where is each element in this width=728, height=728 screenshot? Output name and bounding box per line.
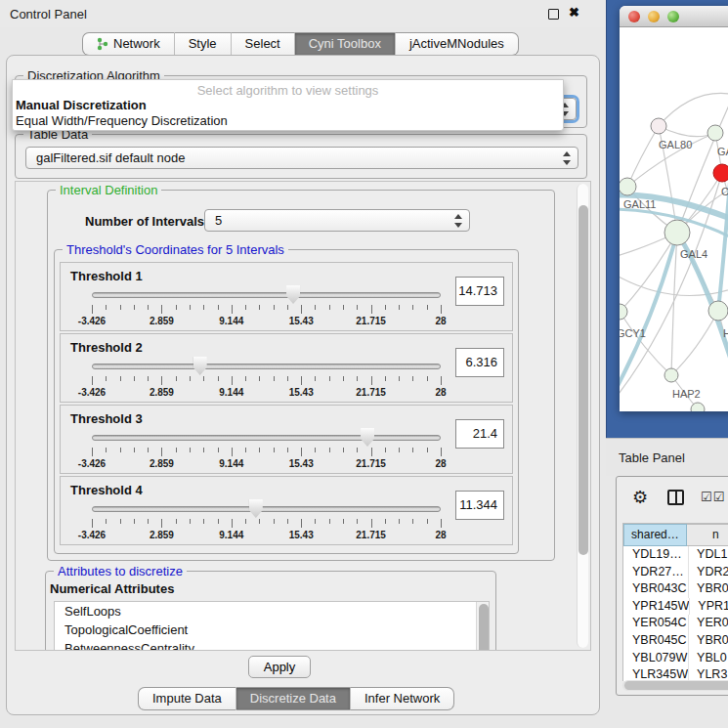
table-row[interactable]: YBR043CYBR0 bbox=[623, 580, 728, 598]
network-node[interactable] bbox=[691, 403, 705, 411]
table-row[interactable]: YDL19…YDL1 bbox=[623, 546, 728, 564]
network-edge[interactable] bbox=[659, 93, 728, 126]
group-title: Interval Definition bbox=[56, 183, 161, 197]
threshold-slider[interactable]: -3.4262.8599.14415.4321.71528 bbox=[92, 360, 441, 401]
combo-arrows-icon[interactable] bbox=[454, 213, 463, 229]
network-edge[interactable] bbox=[627, 126, 659, 187]
list-scrollbar[interactable] bbox=[476, 602, 489, 651]
number-of-intervals-combobox[interactable]: 5 bbox=[204, 209, 470, 232]
tab-select[interactable]: Select bbox=[232, 32, 295, 56]
tab-jactivemnodules[interactable]: jActiveMNodules bbox=[396, 32, 519, 56]
slider-thumb[interactable] bbox=[193, 357, 207, 375]
cell-shared-name[interactable]: YLR345W bbox=[623, 666, 688, 681]
threshold-slider[interactable]: -3.4262.8599.14415.4321.71528 bbox=[92, 288, 441, 329]
tab-cyni-toolbox[interactable]: Cyni Toolbox bbox=[295, 32, 396, 56]
slider-track[interactable] bbox=[92, 292, 441, 298]
network-edge[interactable] bbox=[659, 126, 715, 137]
close-icon[interactable]: ✖ bbox=[569, 5, 579, 20]
threshold-card: Threshold 4-3.4262.8599.14415.4321.71528… bbox=[60, 476, 513, 545]
select-checkboxes-icon[interactable]: ☑☑ bbox=[701, 490, 725, 504]
table-row[interactable]: YLR345WYLR3 bbox=[623, 666, 728, 681]
network-edge[interactable] bbox=[671, 311, 718, 375]
tab-discretize-data[interactable]: Discretize Data bbox=[236, 687, 351, 710]
threshold-value-field[interactable]: 11.344 bbox=[455, 491, 504, 520]
network-node[interactable] bbox=[664, 220, 690, 245]
columns-icon[interactable] bbox=[667, 490, 684, 505]
bottom-tab-bar: Impute DataDiscretize DataInfer Network bbox=[138, 687, 454, 710]
attribute-item[interactable]: BetweennessCentrality bbox=[55, 639, 489, 651]
numerical-attributes-label: Numerical Attributes bbox=[50, 581, 174, 596]
slider-thumb[interactable] bbox=[286, 285, 300, 304]
table-row[interactable]: YPR145WYPR1 bbox=[623, 598, 728, 616]
table-data-combobox[interactable]: galFiltered.sif default node bbox=[25, 147, 578, 169]
cell-name[interactable]: YDR2 bbox=[688, 564, 728, 581]
cell-shared-name[interactable]: YBL079W bbox=[623, 650, 688, 667]
node-label: GAL11 bbox=[623, 198, 656, 210]
network-node[interactable] bbox=[620, 178, 636, 195]
network-node[interactable] bbox=[620, 304, 627, 320]
tab-label: jActiveMNodules bbox=[409, 33, 504, 55]
tab-impute-data[interactable]: Impute Data bbox=[138, 687, 236, 710]
cell-name[interactable]: YPR1 bbox=[689, 598, 728, 616]
column-header-name[interactable]: n bbox=[687, 524, 728, 546]
table-toolbar: ⚙ ☑☑ bbox=[617, 477, 728, 521]
gear-icon[interactable]: ⚙ bbox=[632, 487, 648, 508]
cell-shared-name[interactable]: YDR27… bbox=[623, 564, 688, 581]
scrollbar-thumb[interactable] bbox=[578, 205, 588, 555]
threshold-slider[interactable]: -3.4262.8599.14415.4321.71528 bbox=[92, 431, 441, 472]
numerical-attributes-list[interactable]: SelfLoopsTopologicalCoefficientBetweenne… bbox=[54, 601, 490, 651]
slider-track[interactable] bbox=[92, 364, 441, 369]
threshold-value-field[interactable]: 6.316 bbox=[455, 348, 504, 377]
table-hscrollbar[interactable] bbox=[622, 680, 728, 691]
cell-shared-name[interactable]: YBR045C bbox=[623, 632, 688, 650]
apply-button[interactable]: Apply bbox=[248, 656, 311, 678]
cell-name[interactable]: YBL0 bbox=[688, 650, 728, 667]
slider-tick-labels: -3.4262.8599.14415.4321.71528 bbox=[92, 530, 441, 541]
cell-name[interactable]: YDL1 bbox=[688, 546, 728, 564]
table-row[interactable]: YBL079WYBL0 bbox=[623, 650, 728, 667]
float-window-icon[interactable] bbox=[548, 9, 559, 20]
control-panel-titlebar: Control Panel ✖ bbox=[0, 0, 606, 27]
network-window[interactable]: GAL80GACGAL11GAL4GCY1HHAP2 bbox=[620, 6, 728, 411]
minimize-traffic-light-icon[interactable] bbox=[648, 11, 660, 22]
panel-scrollbar[interactable] bbox=[577, 184, 588, 648]
dropdown-option[interactable]: Equal Width/Frequency Discretization bbox=[13, 113, 563, 129]
network-node[interactable] bbox=[707, 125, 723, 141]
cell-shared-name[interactable]: YDL19… bbox=[623, 546, 688, 564]
slider-thumb[interactable] bbox=[361, 428, 374, 447]
tab-network[interactable]: Network bbox=[82, 32, 175, 56]
network-node[interactable] bbox=[651, 118, 666, 134]
cell-shared-name[interactable]: YER054C bbox=[623, 615, 688, 632]
network-node[interactable] bbox=[664, 368, 678, 382]
table-row[interactable]: YER054CYER0 bbox=[623, 615, 728, 632]
network-node[interactable] bbox=[713, 164, 728, 182]
cell-name[interactable]: YLR3 bbox=[688, 666, 728, 681]
column-header-shared-name[interactable]: shared… bbox=[623, 524, 687, 546]
table-row[interactable]: YBR045CYBR0 bbox=[623, 632, 728, 650]
dropdown-option[interactable]: Manual Discretization bbox=[13, 98, 563, 113]
cell-shared-name[interactable]: YPR145W bbox=[623, 598, 689, 616]
network-node[interactable] bbox=[708, 301, 728, 321]
slider-track[interactable] bbox=[92, 435, 441, 441]
close-traffic-light-icon[interactable] bbox=[628, 11, 640, 22]
cell-name[interactable]: YBR0 bbox=[688, 632, 728, 650]
combo-arrows-icon[interactable] bbox=[563, 150, 572, 166]
threshold-value-field[interactable]: 21.4 bbox=[455, 419, 504, 449]
scrollbar-thumb[interactable] bbox=[624, 681, 728, 690]
slider-track[interactable] bbox=[92, 506, 441, 512]
attribute-item[interactable]: TopologicalCoefficient bbox=[55, 621, 489, 639]
network-canvas[interactable]: GAL80GACGAL11GAL4GCY1HHAP2 bbox=[620, 27, 728, 411]
tab-infer-network[interactable]: Infer Network bbox=[351, 687, 454, 710]
threshold-value-field[interactable]: 14.713 bbox=[455, 277, 504, 306]
table-row[interactable]: YDR27…YDR2 bbox=[623, 564, 728, 581]
slider-thumb[interactable] bbox=[249, 499, 263, 518]
cell-shared-name[interactable]: YBR043C bbox=[623, 580, 688, 598]
threshold-slider[interactable]: -3.4262.8599.14415.4321.71528 bbox=[92, 502, 441, 543]
zoom-traffic-light-icon[interactable] bbox=[667, 11, 679, 22]
slider-tick-labels: -3.4262.8599.14415.4321.71528 bbox=[92, 316, 441, 327]
cell-name[interactable]: YBR0 bbox=[688, 580, 728, 598]
attribute-item[interactable]: SelfLoops bbox=[55, 602, 489, 621]
cell-name[interactable]: YER0 bbox=[688, 615, 728, 632]
node-table: shared… n YDL19…YDL1YDR27…YDR2YBR043CYBR… bbox=[622, 523, 728, 681]
tab-style[interactable]: Style bbox=[175, 32, 232, 56]
